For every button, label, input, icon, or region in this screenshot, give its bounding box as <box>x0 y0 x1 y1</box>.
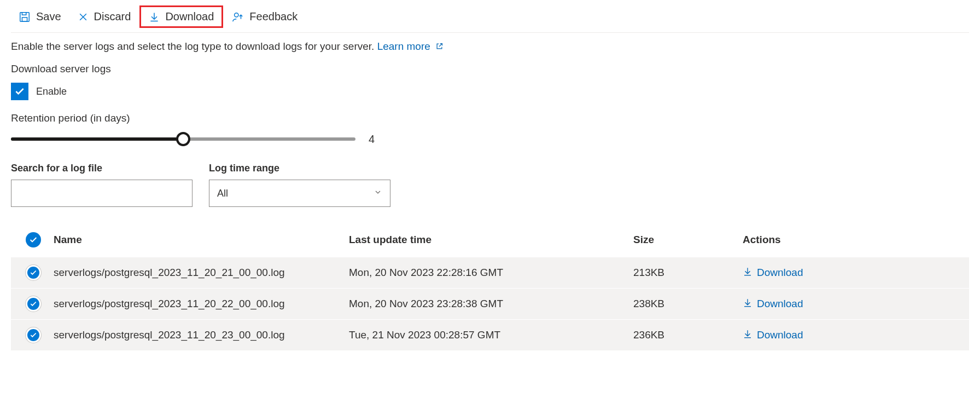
download-icon <box>743 329 752 342</box>
cell-name: serverlogs/postgresql_2023_11_20_22_00_0… <box>49 289 345 320</box>
table-row[interactable]: serverlogs/postgresql_2023_11_20_21_00_0… <box>11 257 969 289</box>
download-logs-label: Download server logs <box>11 63 969 75</box>
feedback-button[interactable]: Feedback <box>224 7 305 26</box>
row-checkbox[interactable] <box>26 265 41 280</box>
select-all-checkbox[interactable] <box>26 232 41 247</box>
discard-label: Discard <box>94 10 131 23</box>
svg-rect-1 <box>22 17 27 21</box>
download-icon <box>743 267 752 279</box>
cell-size: 236KB <box>629 320 738 351</box>
logs-table: Name Last update time Size Actions serve… <box>11 226 969 350</box>
cell-name: serverlogs/postgresql_2023_11_20_23_00_0… <box>49 320 345 351</box>
enable-row: Enable <box>11 83 969 100</box>
cell-size: 238KB <box>629 289 738 320</box>
save-button[interactable]: Save <box>11 7 69 26</box>
row-checkbox[interactable] <box>26 327 41 343</box>
discard-button[interactable]: Discard <box>70 7 139 26</box>
search-filter: Search for a log file <box>11 163 192 207</box>
retention-label: Retention period (in days) <box>11 112 969 124</box>
cell-size: 213KB <box>629 257 738 289</box>
range-select[interactable]: All <box>209 180 390 207</box>
cell-time: Mon, 20 Nov 2023 23:28:38 GMT <box>345 289 629 320</box>
cell-time: Tue, 21 Nov 2023 00:28:57 GMT <box>345 320 629 351</box>
range-value: All <box>217 188 228 199</box>
retention-slider-row: 4 <box>11 132 969 146</box>
description: Enable the server logs and select the lo… <box>11 41 969 53</box>
range-filter: Log time range All <box>209 163 390 207</box>
header-name[interactable]: Name <box>49 226 345 257</box>
header-last-update[interactable]: Last update time <box>345 226 629 257</box>
table-row[interactable]: serverlogs/postgresql_2023_11_20_22_00_0… <box>11 289 969 320</box>
external-link-icon <box>435 41 444 53</box>
header-size[interactable]: Size <box>629 226 738 257</box>
svg-point-2 <box>235 13 238 16</box>
filters: Search for a log file Log time range All <box>11 163 969 207</box>
chevron-down-icon <box>374 188 382 199</box>
close-icon <box>78 11 89 22</box>
download-icon <box>743 298 752 310</box>
feedback-label: Feedback <box>249 10 298 23</box>
row-download-label: Download <box>757 267 803 279</box>
learn-more-text: Learn more <box>377 41 430 52</box>
row-download-label: Download <box>757 298 803 310</box>
table-row[interactable]: serverlogs/postgresql_2023_11_20_23_00_0… <box>11 320 969 351</box>
enable-label: Enable <box>36 86 67 97</box>
retention-slider[interactable] <box>11 132 355 146</box>
download-button[interactable]: Download <box>139 5 223 28</box>
row-download-label: Download <box>757 329 803 341</box>
cell-name: serverlogs/postgresql_2023_11_20_21_00_0… <box>49 257 345 289</box>
slider-thumb[interactable] <box>176 132 190 146</box>
range-label: Log time range <box>209 163 390 174</box>
row-download-link[interactable]: Download <box>743 298 803 310</box>
toolbar: Save Discard Download Feedback <box>11 5 969 33</box>
save-label: Save <box>36 10 61 23</box>
row-download-link[interactable]: Download <box>743 329 803 342</box>
download-icon <box>149 11 160 22</box>
row-checkbox[interactable] <box>26 296 41 312</box>
save-icon <box>19 11 31 23</box>
slider-fill <box>11 137 183 141</box>
description-text: Enable the server logs and select the lo… <box>11 41 374 52</box>
retention-value: 4 <box>369 133 375 146</box>
learn-more-link[interactable]: Learn more <box>377 41 444 52</box>
search-input[interactable] <box>11 180 192 207</box>
header-actions: Actions <box>738 226 969 257</box>
row-download-link[interactable]: Download <box>743 267 803 279</box>
search-label: Search for a log file <box>11 163 192 174</box>
download-label: Download <box>165 10 214 23</box>
cell-time: Mon, 20 Nov 2023 22:28:16 GMT <box>345 257 629 289</box>
enable-checkbox[interactable] <box>11 83 28 100</box>
svg-rect-0 <box>20 12 30 21</box>
feedback-icon <box>232 11 244 23</box>
